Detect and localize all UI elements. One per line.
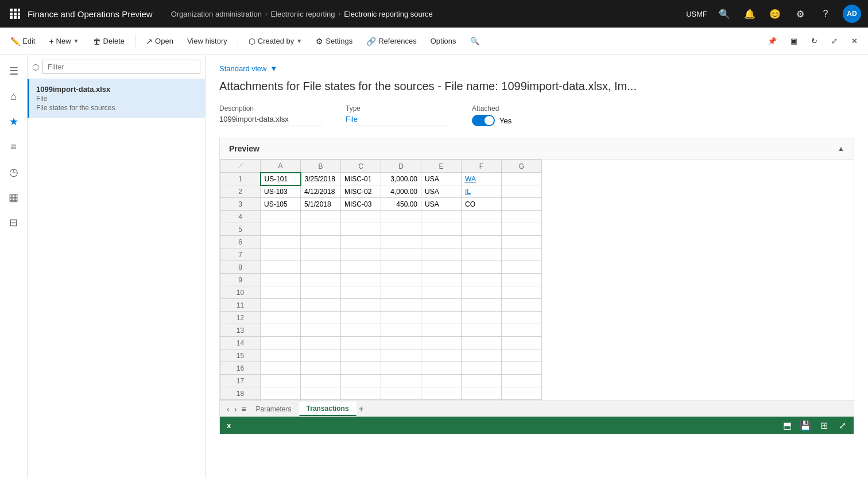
table-row[interactable]: 15 [220,349,542,362]
table-row[interactable]: 4 [220,211,542,223]
cell-8-F[interactable] [462,261,502,274]
type-value[interactable]: File [346,115,449,126]
cell-5-E[interactable] [421,223,462,236]
table-row[interactable]: 18 [220,387,542,400]
table-row[interactable]: 5 [220,223,542,236]
table-row[interactable]: 3US-1055/1/2018MISC-03450.00USACO [220,198,542,211]
cell-13-E[interactable] [421,324,462,337]
new-button[interactable]: + New ▼ [43,33,84,49]
spreadsheet-container[interactable]: A B C D E F G 1US-1013/25/2018MISC-013,0… [220,160,854,401]
col-header-d[interactable]: D [381,160,421,173]
cell-14-B[interactable] [301,337,341,349]
close-button[interactable]: ✕ [846,33,863,49]
cell-8-D[interactable] [381,261,421,274]
cell-6-E[interactable] [421,236,462,248]
popout-button[interactable]: ⤢ [826,33,843,49]
cell-2-D[interactable]: 4,000.00 [381,185,421,198]
excel-save-btn[interactable]: 💾 [799,418,812,432]
cell-2-A[interactable]: US-103 [261,185,301,198]
cell-3-F[interactable]: CO [462,198,502,211]
cell-13-D[interactable] [381,324,421,337]
cell-13-A[interactable] [261,324,301,337]
cell-1-F[interactable]: WA [462,173,502,185]
cell-18-E[interactable] [421,387,462,400]
cell-5-F[interactable] [462,223,502,236]
cell-10-G[interactable] [502,286,542,299]
cell-10-B[interactable] [301,286,341,299]
cell-14-G[interactable] [502,337,542,349]
open-button[interactable]: ↗ Open [140,33,179,49]
cell-9-E[interactable] [421,274,462,286]
options-button[interactable]: Options [425,33,462,49]
cell-14-A[interactable] [261,337,301,349]
cell-13-B[interactable] [301,324,341,337]
cell-16-G[interactable] [502,362,542,375]
cell-16-C[interactable] [341,362,381,375]
cell-5-C[interactable] [341,223,381,236]
excel-copy-btn[interactable]: ⬒ [780,418,794,432]
cell-16-E[interactable] [421,362,462,375]
cell-7-B[interactable] [301,248,341,261]
cell-3-C[interactable]: MISC-03 [341,198,381,211]
breadcrumb-org[interactable]: Organization administration [171,10,262,18]
cell-14-F[interactable] [462,337,502,349]
sidenav-grid-icon[interactable]: ▦ [2,186,25,209]
cell-19-D[interactable] [381,400,421,401]
col-header-f[interactable]: F [462,160,502,173]
list-item[interactable]: 1099import-data.xlsx File File states fo… [28,79,205,118]
preview-header[interactable]: Preview ▲ [220,138,854,160]
cell-4-D[interactable] [381,211,421,223]
cell-1-D[interactable]: 3,000.00 [381,173,421,185]
cell-2-B[interactable]: 4/12/2018 [301,185,341,198]
cell-16-A[interactable] [261,362,301,375]
cell-12-E[interactable] [421,312,462,324]
cell-10-F[interactable] [462,286,502,299]
cell-10-E[interactable] [421,286,462,299]
sheet-tab-parameters[interactable]: Parameters [249,402,299,416]
col-header-g[interactable]: G [502,160,542,173]
cell-2-F[interactable]: IL [462,185,502,198]
cell-19-C[interactable] [341,400,381,401]
table-row[interactable]: 11 [220,299,542,312]
table-row[interactable]: 19 [220,400,542,401]
cell-2-G[interactable] [502,185,542,198]
cell-6-F[interactable] [462,236,502,248]
cell-13-C[interactable] [341,324,381,337]
cell-6-D[interactable] [381,236,421,248]
sidenav-home-icon[interactable]: ⌂ [2,85,25,108]
cell-11-G[interactable] [502,299,542,312]
cell-9-D[interactable] [381,274,421,286]
cell-12-F[interactable] [462,312,502,324]
breadcrumb-last[interactable]: Electronic reporting source [344,10,433,18]
table-row[interactable]: 12 [220,312,542,324]
cell-7-G[interactable] [502,248,542,261]
cell-8-G[interactable] [502,261,542,274]
cell-8-A[interactable] [261,261,301,274]
cell-19-G[interactable] [502,400,542,401]
table-row[interactable]: 2US-1034/12/2018MISC-024,000.00USAIL [220,185,542,198]
cell-12-C[interactable] [341,312,381,324]
refresh-button[interactable]: ↻ [805,33,823,49]
cell-8-C[interactable] [341,261,381,274]
avatar[interactable]: AD [843,5,861,23]
cell-4-B[interactable] [301,211,341,223]
col-header-a[interactable]: A [261,160,301,173]
pin-button[interactable]: 📌 [762,33,782,49]
cell-10-C[interactable] [341,286,381,299]
table-row[interactable]: 6 [220,236,542,248]
cell-17-D[interactable] [381,375,421,387]
cell-3-G[interactable] [502,198,542,211]
sheet-nav-prev[interactable]: ‹ [224,405,232,414]
cell-13-F[interactable] [462,324,502,337]
help-icon[interactable]: ? [817,6,834,22]
cell-7-A[interactable] [261,248,301,261]
cell-17-E[interactable] [421,375,462,387]
cell-11-C[interactable] [341,299,381,312]
settings-icon[interactable]: ⚙ [792,6,808,22]
cell-3-E[interactable]: USA [421,198,462,211]
table-row[interactable]: 14 [220,337,542,349]
cell-8-B[interactable] [301,261,341,274]
cell-3-A[interactable]: US-105 [261,198,301,211]
sidenav-list-icon[interactable]: ≡ [2,135,25,158]
cell-18-G[interactable] [502,387,542,400]
